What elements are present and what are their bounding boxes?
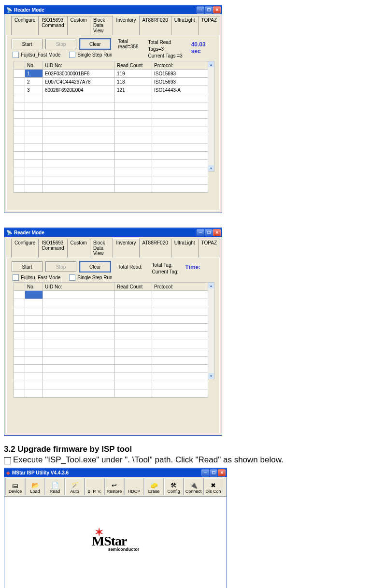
minimize-button[interactable]: ─ bbox=[197, 6, 204, 14]
table-row[interactable] bbox=[14, 348, 208, 357]
singlestep-checkbox[interactable]: Single Step Run bbox=[69, 52, 112, 58]
table-row[interactable] bbox=[14, 160, 208, 168]
scrollbar[interactable]: ▲ ▼ bbox=[208, 61, 214, 172]
device-button[interactable]: 🖴Device bbox=[5, 478, 25, 495]
tab-blockdata[interactable]: Block Data View bbox=[90, 16, 113, 35]
scrollbar[interactable]: ▲ ▼ bbox=[208, 282, 214, 379]
tab-inventory[interactable]: Inventory bbox=[113, 238, 139, 258]
tab-ultralight[interactable]: UltraLight bbox=[171, 16, 199, 35]
singlestep-label: Single Step Run bbox=[77, 275, 112, 280]
table-row[interactable] bbox=[14, 316, 208, 324]
app-icon: 📡 bbox=[6, 230, 12, 235]
singlestep-checkbox[interactable]: Single Step Run bbox=[69, 274, 112, 281]
tab-inventory[interactable]: Inventory bbox=[113, 15, 139, 35]
table-row[interactable] bbox=[14, 332, 208, 340]
scroll-down-icon[interactable]: ▼ bbox=[208, 373, 214, 379]
col-no[interactable]: No. bbox=[25, 61, 43, 70]
total-read-label: Total read=358 bbox=[118, 39, 139, 49]
col-proto[interactable]: Protocol: bbox=[152, 283, 208, 291]
load-button[interactable]: 📂Load bbox=[25, 478, 45, 495]
wand-icon: 🪄 bbox=[71, 482, 79, 488]
minimize-button[interactable]: ─ bbox=[201, 469, 209, 476]
col-proto[interactable]: Protocol: bbox=[152, 61, 208, 70]
tab-topaz[interactable]: TOPAZ bbox=[198, 16, 220, 35]
table-row[interactable] bbox=[14, 185, 208, 193]
table-row[interactable] bbox=[14, 168, 208, 176]
close-button[interactable]: ✕ bbox=[213, 6, 221, 14]
tab-iso15693[interactable]: ISO15693 Command bbox=[38, 239, 67, 258]
table-row[interactable] bbox=[14, 135, 208, 143]
table-row[interactable] bbox=[14, 365, 208, 373]
table-row[interactable] bbox=[14, 389, 208, 398]
tab-configure[interactable]: Configure bbox=[11, 239, 39, 258]
tab-configure[interactable]: Configure bbox=[11, 16, 39, 35]
tab-at88[interactable]: AT88RF020 bbox=[139, 16, 171, 35]
tab-topaz[interactable]: TOPAZ bbox=[198, 239, 220, 258]
titlebar[interactable]: 📡 Reader Mode ─ ☐ ✕ bbox=[4, 228, 222, 237]
stop-button[interactable]: Stop bbox=[45, 39, 76, 49]
read-button[interactable]: 📄Read bbox=[45, 478, 65, 495]
bpv-button[interactable]: B. P. V. bbox=[85, 478, 104, 495]
tab-ultralight[interactable]: UltraLight bbox=[171, 239, 199, 258]
table-row[interactable] bbox=[14, 307, 208, 316]
tab-custom[interactable]: Custom bbox=[67, 16, 90, 35]
clear-button[interactable]: Clear bbox=[79, 261, 111, 272]
app-icon: ◆ bbox=[6, 470, 10, 475]
connect-button[interactable]: 🔌Connect bbox=[184, 478, 203, 495]
table-row[interactable] bbox=[14, 381, 208, 389]
scroll-up-icon[interactable]: ▲ bbox=[208, 61, 214, 67]
titlebar[interactable]: ◆ MStar ISP Utility V4.4.3.6 ─ ☐ ✕ bbox=[4, 468, 227, 477]
col-uid[interactable]: UID No: bbox=[43, 61, 115, 70]
col-count[interactable]: Read Count bbox=[115, 61, 152, 70]
table-row[interactable] bbox=[14, 357, 208, 365]
maximize-button[interactable]: ☐ bbox=[205, 229, 213, 236]
table-row[interactable] bbox=[14, 94, 208, 102]
fujitsu-checkbox[interactable]: Fujitsu_Fast Mode bbox=[13, 274, 60, 281]
stop-button[interactable]: Stop bbox=[45, 261, 76, 272]
table-row[interactable] bbox=[14, 176, 208, 185]
table-row[interactable] bbox=[14, 152, 208, 160]
maximize-button[interactable]: ☐ bbox=[205, 6, 213, 14]
tab-blockdata[interactable]: Block Data View bbox=[90, 239, 113, 258]
table-row[interactable] bbox=[14, 127, 208, 135]
table-row[interactable] bbox=[14, 102, 208, 111]
table-row[interactable]: 2E007C4C444267A78118ISO15693 bbox=[14, 78, 208, 86]
table-row[interactable] bbox=[14, 324, 208, 332]
restore-button[interactable]: ↩Restore bbox=[104, 478, 124, 495]
start-button[interactable]: Start bbox=[12, 261, 43, 272]
table-row[interactable] bbox=[14, 291, 208, 299]
clear-button[interactable]: Clear bbox=[79, 38, 111, 50]
tab-iso15693[interactable]: ISO15693 Command bbox=[38, 16, 67, 35]
fujitsu-checkbox[interactable]: Fujitsu_Fast Mode bbox=[13, 52, 60, 58]
table-row[interactable] bbox=[14, 119, 208, 127]
table-row[interactable] bbox=[14, 299, 208, 307]
tab-custom[interactable]: Custom bbox=[67, 239, 90, 258]
disconnect-button[interactable]: ✖Dis Con bbox=[203, 478, 223, 495]
auto-button[interactable]: 🪄Auto bbox=[65, 478, 85, 495]
scroll-down-icon[interactable]: ▼ bbox=[208, 165, 214, 171]
window-title: MStar ISP Utility V4.4.3.6 bbox=[12, 470, 69, 475]
titlebar[interactable]: 📡 Reader Mode ─ ☐ ✕ bbox=[4, 5, 222, 14]
hdcp-button[interactable]: HDCP bbox=[124, 478, 144, 495]
table-row[interactable] bbox=[14, 143, 208, 152]
maximize-button[interactable]: ☐ bbox=[210, 469, 217, 476]
col-uid[interactable]: UID No: bbox=[43, 283, 115, 291]
close-button[interactable]: ✕ bbox=[213, 229, 221, 236]
table-row[interactable] bbox=[14, 340, 208, 348]
config-button[interactable]: 🛠Config bbox=[164, 478, 184, 495]
start-button[interactable]: Start bbox=[12, 39, 43, 49]
erase-icon: 🧽 bbox=[150, 482, 158, 488]
minimize-button[interactable]: ─ bbox=[197, 229, 204, 236]
restore-icon: ↩ bbox=[112, 482, 117, 488]
scroll-up-icon[interactable]: ▲ bbox=[208, 283, 214, 288]
fujitsu-label: Fujitsu_Fast Mode bbox=[21, 275, 60, 280]
close-button[interactable]: ✕ bbox=[218, 469, 226, 476]
table-row[interactable]: 1E02F030000001BF6119ISO15693 bbox=[14, 70, 208, 78]
table-row[interactable] bbox=[14, 111, 208, 119]
erase-button[interactable]: 🧽Erase bbox=[144, 478, 164, 495]
col-count[interactable]: Read Count bbox=[115, 283, 152, 291]
table-row[interactable]: 380026F6920E004121ISO14443-A bbox=[14, 86, 208, 94]
table-row[interactable] bbox=[14, 373, 208, 381]
tab-at88[interactable]: AT88RF020 bbox=[139, 239, 171, 258]
col-no[interactable]: No. bbox=[25, 283, 43, 291]
